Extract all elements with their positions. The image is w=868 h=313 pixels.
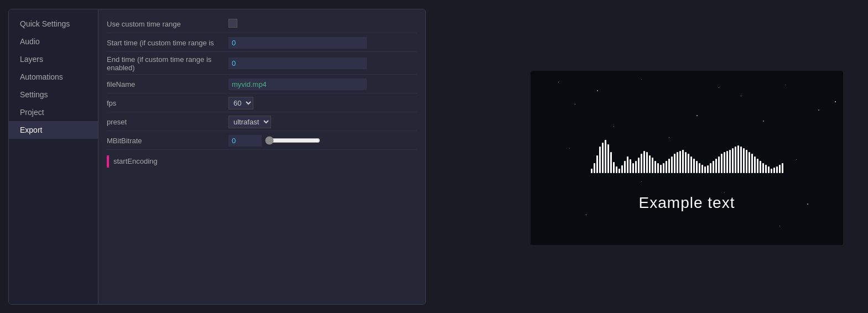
sidebar-item-export[interactable]: Export xyxy=(9,121,98,139)
waveform-bar xyxy=(679,151,681,173)
waveform-bar xyxy=(607,144,609,173)
waveform-bar xyxy=(732,148,734,173)
waveform-bar xyxy=(591,169,592,173)
start-encoding-row: startEncoding xyxy=(107,155,417,168)
sidebar-item-project[interactable]: Project xyxy=(9,103,98,121)
waveform-bar xyxy=(699,163,700,173)
waveform-bar xyxy=(643,151,645,173)
waveform-bar xyxy=(757,159,758,173)
waveform-bar xyxy=(685,152,687,173)
sidebar-item-quick-settings[interactable]: Quick Settings xyxy=(9,15,98,33)
waveform-bar xyxy=(726,151,728,173)
bitrate-label: MBitBitrate xyxy=(107,137,228,145)
custom-time-range-label: Use custom time range xyxy=(107,20,228,28)
end-time-row: End time (if custom time range is enable… xyxy=(107,55,417,75)
sidebar-item-automations[interactable]: Automations xyxy=(9,68,98,86)
start-time-input[interactable] xyxy=(228,37,367,49)
custom-time-range-row: Use custom time range xyxy=(107,18,417,33)
waveform-bar xyxy=(713,161,714,173)
export-content: Use custom time range Start time (if cus… xyxy=(98,9,425,304)
waveform-bar xyxy=(707,165,709,173)
end-time-input[interactable] xyxy=(228,58,367,69)
preset-row: preset ultrafast fast medium slow xyxy=(107,116,417,131)
waveform-bar xyxy=(704,166,706,173)
waveform-bar xyxy=(718,156,720,173)
waveform-bar xyxy=(724,152,725,173)
sidebar-item-settings[interactable]: Settings xyxy=(9,86,98,103)
main-panel: Quick Settings Audio Layers Automations … xyxy=(8,9,426,305)
bitrate-input[interactable] xyxy=(228,135,262,147)
waveform-bar xyxy=(746,150,747,173)
preset-label: preset xyxy=(107,118,228,126)
preset-select[interactable]: ultrafast fast medium slow xyxy=(228,116,271,128)
sidebar-item-audio[interactable]: Audio xyxy=(9,33,98,50)
waveform-bar xyxy=(749,152,750,173)
waveform-bar xyxy=(754,156,756,173)
waveform-bar xyxy=(630,159,631,173)
preview-panel: Example text xyxy=(531,71,843,245)
waveform-bar xyxy=(688,154,689,173)
waveform-bar xyxy=(682,150,684,173)
waveform-bar xyxy=(729,150,731,173)
start-encoding-label: startEncoding xyxy=(113,157,158,165)
waveform-bar xyxy=(635,161,637,173)
waveform-bar xyxy=(652,158,653,173)
waveform-bar xyxy=(596,155,598,173)
waveform-bar xyxy=(646,152,648,173)
waveform-bar xyxy=(760,161,761,173)
waveform-bar xyxy=(737,145,739,173)
waveform-bar xyxy=(768,166,770,173)
waveform-bar xyxy=(594,163,595,173)
waveform-bar xyxy=(649,155,651,173)
waveform-bar xyxy=(654,161,656,173)
filename-input[interactable] xyxy=(228,79,367,90)
sidebar-item-layers[interactable]: Layers xyxy=(9,50,98,68)
fps-label: fps xyxy=(107,99,228,107)
custom-time-range-checkbox[interactable] xyxy=(228,19,237,28)
waveform-bar xyxy=(618,169,620,173)
waveform-bar xyxy=(613,162,615,173)
example-text: Example text xyxy=(639,194,735,212)
waveform-bar xyxy=(776,166,778,173)
waveform-bar xyxy=(610,152,612,173)
waveform-bar xyxy=(701,165,703,173)
waveform-bar xyxy=(696,161,698,173)
waveform-bar xyxy=(668,159,670,173)
waveform-bar xyxy=(671,156,673,173)
waveform-bar xyxy=(779,165,781,173)
waveform-bar xyxy=(773,168,775,173)
waveform-bar xyxy=(765,165,767,173)
fps-select[interactable]: 60 30 24 xyxy=(228,97,253,109)
waveform-bar xyxy=(677,152,678,173)
waveform-bar xyxy=(605,140,606,173)
start-time-row: Start time (if custom time range is xyxy=(107,36,417,52)
start-time-label: Start time (if custom time range is xyxy=(107,39,228,47)
bitrate-row: MBitBitrate xyxy=(107,134,417,150)
waveform-bar xyxy=(602,143,604,173)
filename-row: fileName xyxy=(107,78,417,93)
bitrate-slider[interactable] xyxy=(265,136,320,145)
waveform-bar xyxy=(666,161,667,173)
start-encoding-indicator xyxy=(107,155,109,168)
waveform-bar xyxy=(710,163,711,173)
waveform-bar xyxy=(657,163,659,173)
fps-row: fps 60 30 24 xyxy=(107,97,417,112)
waveform-bar xyxy=(616,166,617,173)
waveform-bar xyxy=(743,148,745,173)
waveform-bar xyxy=(638,158,640,173)
waveform-bar xyxy=(782,163,783,173)
end-time-label: End time (if custom time range is enable… xyxy=(107,55,228,72)
waveform-visualization xyxy=(591,129,783,173)
sidebar: Quick Settings Audio Layers Automations … xyxy=(9,9,98,304)
waveform-bar xyxy=(621,165,623,173)
waveform-bar xyxy=(624,161,626,173)
waveform-bar xyxy=(663,163,664,173)
waveform-bar xyxy=(690,156,692,173)
waveform-bar xyxy=(693,159,695,173)
waveform-bar xyxy=(599,147,601,173)
waveform-bar xyxy=(627,156,628,173)
waveform-bar xyxy=(641,154,642,173)
waveform-bar xyxy=(660,165,662,173)
waveform-bar xyxy=(762,163,764,173)
waveform-bar xyxy=(735,147,736,173)
